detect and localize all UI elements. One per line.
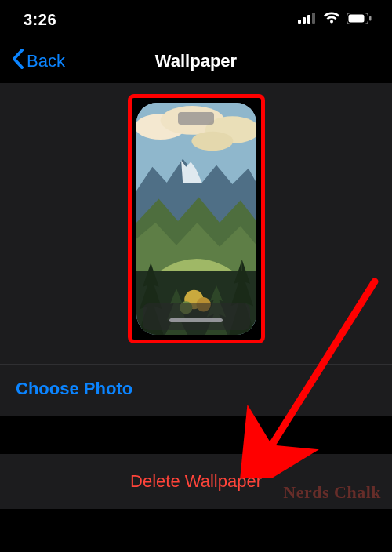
- chevron-left-icon: [11, 49, 25, 74]
- back-label: Back: [27, 51, 65, 71]
- svg-rect-0: [298, 20, 301, 24]
- dynamic-island-placeholder: [178, 112, 214, 125]
- watermark-text: Nerds Chalk: [283, 482, 381, 503]
- battery-icon: [347, 13, 372, 27]
- choose-photo-button[interactable]: Choose Photo: [0, 364, 392, 416]
- home-indicator: [169, 318, 223, 322]
- dock-placeholder: [143, 303, 250, 330]
- status-icons: [298, 12, 372, 27]
- main-content: Choose Photo Delete Wallpaper Nerds Chal…: [0, 83, 392, 552]
- cellular-icon: [298, 13, 317, 27]
- wallpaper-preview-section: Choose Photo: [0, 83, 392, 416]
- svg-point-11: [191, 132, 233, 151]
- svg-rect-5: [349, 14, 365, 22]
- svg-rect-3: [312, 13, 315, 24]
- nav-bar: Back Wallpaper: [0, 39, 392, 83]
- wallpaper-preview: [136, 103, 256, 335]
- delete-wallpaper-label: Delete Wallpaper: [130, 471, 262, 491]
- choose-photo-label: Choose Photo: [16, 379, 132, 398]
- wifi-icon: [323, 12, 340, 27]
- svg-rect-2: [307, 15, 310, 24]
- delete-wallpaper-button[interactable]: Delete Wallpaper Nerds Chalk: [0, 454, 392, 509]
- back-button[interactable]: Back: [11, 49, 65, 74]
- svg-rect-6: [369, 16, 372, 20]
- status-bar: 3:26: [0, 0, 392, 39]
- section-spacer: [0, 416, 392, 454]
- status-time: 3:26: [24, 11, 56, 29]
- svg-rect-1: [303, 17, 306, 24]
- wallpaper-image: [136, 103, 256, 335]
- wallpaper-preview-highlight[interactable]: [128, 94, 265, 343]
